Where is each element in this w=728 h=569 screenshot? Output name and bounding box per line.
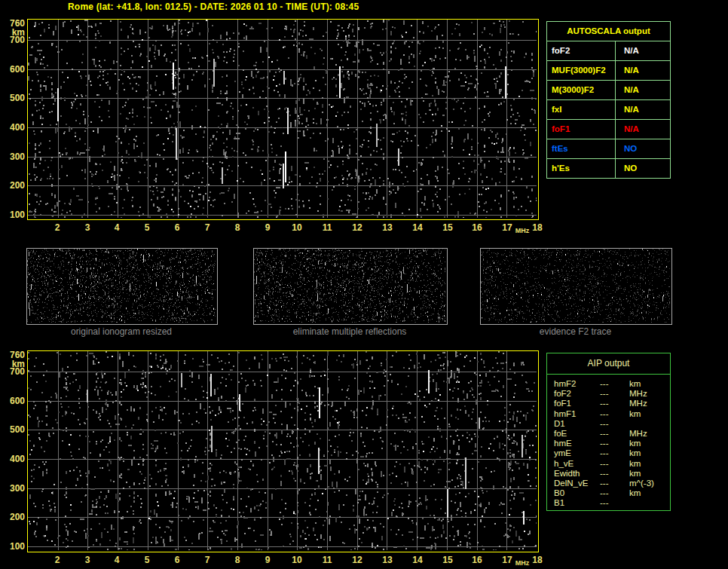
autoscala-parameter-value: N/A [616,41,670,60]
x-axis-tick-label: 16 [466,223,488,232]
panel-eliminate-canvas [254,249,445,323]
bottom-ionogram-canvas [28,351,537,550]
aip-parameter-row: ymE---km [554,448,670,458]
aip-parameter-unit: MHz [629,399,647,408]
panel-caption-evidence: evidence F2 trace [480,327,671,337]
aip-table-header: AIP output [547,353,670,375]
aip-parameter-value: --- [600,399,629,408]
autoscala-parameter-row: ftEsNO [547,139,670,159]
autoscala-parameter-value: N/A [616,120,670,139]
x-axis-unit-label: MHz [512,227,532,234]
x-axis-tick-label: 10 [286,555,308,564]
aip-parameter-value: --- [600,479,629,488]
autoscala-parameter-row: fxIN/A [547,100,670,120]
y-axis-tick-label: 500 [2,425,25,434]
panel-eliminate-reflections [253,248,448,325]
x-axis-tick-label: 13 [376,223,399,232]
top-ionogram-plot [27,19,539,220]
autoscala-parameter-row: M(3000)F2N/A [547,81,670,100]
aip-table-rows: hmF2---kmfoF2---MHzfoF1---MHzhmF1---kmD1… [547,375,670,508]
x-axis-tick-label: 12 [346,555,369,564]
x-axis-tick-label: 8 [226,223,249,232]
x-axis-tick-label: 5 [136,555,158,564]
autoscala-parameter-label: foF2 [547,41,616,60]
bottom-ionogram-plot [27,350,539,552]
aip-parameter-row: hmE---km [554,439,670,448]
x-axis-tick-label: 6 [166,223,188,232]
aip-parameter-row: B0---km [554,488,670,498]
aip-parameter-unit: MHz [629,389,647,399]
aip-parameter-label: D1 [554,419,600,429]
aip-parameter-row: Ewidth---km [554,469,670,479]
y-axis-tick-label: 100 [2,210,25,219]
autoscala-parameter-label: h'Es [547,159,616,178]
aip-parameter-label: h_vE [554,459,600,469]
aip-parameter-label: foE [554,429,600,439]
autoscala-parameter-value: N/A [616,81,670,99]
y-axis-tick-label: 200 [2,512,25,522]
y-axis-tick-label: 300 [2,484,25,493]
autoscala-parameter-value: N/A [616,100,670,119]
autoscala-parameter-value: NO [616,159,670,178]
autoscala-parameter-row: foF1N/A [547,120,670,139]
x-axis-tick-label: 6 [166,555,188,564]
aip-parameter-row: h_vE---km [554,459,670,469]
autoscala-table-rows: foF2N/AMUF(3000)F2N/AM(3000)F2N/AfxIN/Af… [547,41,670,178]
x-axis-tick-label: 7 [196,223,219,232]
aip-parameter-unit: km [629,459,641,469]
x-axis-tick-label: 9 [256,223,279,232]
y-axis-tick-label: 600 [2,396,25,405]
aip-parameter-value: --- [600,498,629,508]
aip-output-table: AIP output hmF2---kmfoF2---MHzfoF1---MHz… [546,353,671,511]
y-axis-tick-label: 200 [2,181,25,190]
aip-parameter-value: --- [600,409,629,419]
y-axis-tick-label: 400 [2,454,25,463]
panel-caption-original: original ionogram resized [26,327,216,337]
aip-parameter-label: Ewidth [554,469,600,479]
panel-evidence-canvas [481,249,670,323]
aip-parameter-row: D1--- [554,419,670,429]
panel-evidence-f2 [480,248,672,325]
aip-parameter-value: --- [600,379,629,389]
aip-parameter-row: DelN_vE---m^(-3) [554,479,670,488]
panel-caption-eliminate: eliminate multiple reflections [253,327,446,337]
top-ionogram-canvas [28,20,537,218]
x-axis-tick-label: 5 [136,223,158,232]
aip-parameter-label: hmE [554,439,600,448]
x-axis-tick-label: 4 [106,555,128,564]
aip-parameter-value: --- [600,419,629,429]
aip-parameter-value: --- [600,429,629,439]
aip-parameter-unit: km [629,409,641,419]
autoscala-output-table: AUTOSCALA output foF2N/AMUF(3000)F2N/AM(… [546,21,671,179]
y-axis-tick-label: 100 [2,542,25,551]
aip-parameter-value: --- [600,488,629,498]
aip-parameter-row: foF1---MHz [554,399,670,408]
autoscala-parameter-row: foF2N/A [547,41,670,61]
aip-parameter-value: --- [600,448,629,458]
x-axis-tick-label: 15 [436,223,459,232]
station-title: Rome (lat: +41.8, lon: 012.5) - DATE: 20… [68,2,359,12]
y-axis-tick-label: 600 [2,65,25,74]
x-axis-tick-label: 3 [76,223,99,232]
x-axis-tick-label: 11 [316,223,338,232]
x-axis-tick-label: 15 [436,555,459,564]
aip-parameter-label: B1 [554,498,600,508]
x-axis-tick-label: 3 [76,555,99,564]
x-axis-tick-label: 7 [196,555,219,564]
x-axis-tick-label: 8 [226,555,249,564]
y-axis-tick-label: 700 [2,367,25,376]
aip-parameter-unit: km [629,439,641,448]
aip-parameter-unit: km [629,469,641,479]
aip-parameter-unit: m^(-3) [629,479,654,488]
aip-parameter-unit: MHz [629,429,647,439]
aip-parameter-label: foF1 [554,399,600,408]
autoscala-parameter-label: foF1 [547,120,616,139]
x-axis-tick-label: 2 [46,223,69,232]
x-axis-unit-label: MHz [512,559,532,567]
aip-parameter-label: hmF2 [554,379,600,389]
x-axis-tick-label: 12 [346,223,369,232]
autoscala-window: Rome (lat: +41.8, lon: 012.5) - DATE: 20… [0,0,728,569]
autoscala-parameter-row: h'EsNO [547,159,670,178]
autoscala-table-header: AUTOSCALA output [547,22,670,41]
x-axis-tick-label: 14 [406,555,429,564]
